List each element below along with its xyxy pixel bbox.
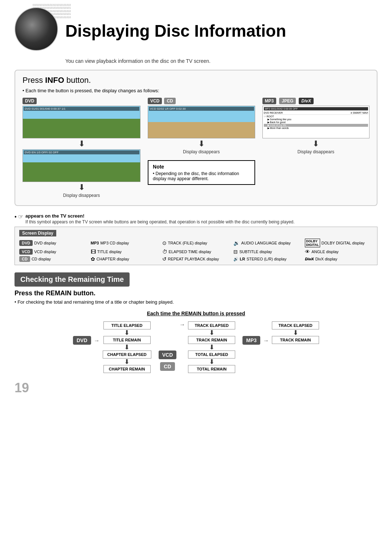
info-title: Press INFO button.	[23, 76, 369, 85]
sd-audio-icon: 🔉	[233, 240, 240, 246]
sd-track-icon: ⊙	[162, 240, 167, 246]
cd-badge: CD	[164, 98, 175, 104]
mp3-jpeg-divx-label: MP3 JPEG DivX	[262, 98, 314, 104]
dvd-display-disappears: Display disappears	[23, 193, 140, 198]
sd-dolby-text: DOLBY DIGITAL display	[322, 241, 365, 245]
sd-item-divx: DivX DivX display	[305, 256, 373, 262]
mp3-flow: MP3 → TRACK ELAPSED ⬇ TRACK REMAIN	[242, 321, 319, 345]
sd-dvd-text: DVD display	[34, 241, 56, 245]
dvd-badge: DVD	[23, 98, 37, 104]
sd-stereo-text: STEREO (L/R) display	[246, 257, 286, 261]
hand-icon: • ☞	[15, 213, 23, 220]
vcd-flow-track-elapsed: TRACK ELAPSED	[188, 321, 235, 329]
dvd-flow-steps: TITLE ELAPSED ⬇ TITLE REMAIN ⬇ CHAPTER E…	[103, 321, 151, 373]
info-bold: INFO	[45, 76, 64, 85]
dvd-column: DVD DVD 01/01 001/040 0:00:37 1/1 ⬇ DVD …	[23, 98, 140, 198]
dvd-arrow-2: ⬇	[23, 183, 140, 191]
sd-item-track: ⊙ TRACK (FILE) display	[162, 239, 230, 247]
mp3-item-smart: e SMART NAVI	[351, 112, 368, 114]
sd-dvd-badge: DVD	[19, 240, 33, 246]
dvd-flow-title-remain: TITLE REMAIN	[103, 336, 151, 344]
dvd-screen-2: DVD EN 1/3 OFF/ 02 OFF	[23, 149, 140, 182]
dvd-screen-1: DVD 01/01 001/040 0:00:37 1/1	[23, 106, 140, 138]
vcd-column: VCD CD VCD 02/02 LR OFF 0:02:30 ⬇ Displa…	[148, 98, 255, 198]
mp3-item-receiver: DVD RECEIVER	[264, 112, 283, 114]
sd-track-text: TRACK (FILE) display	[168, 241, 207, 245]
dvd-flow-arrow-1: ⬇	[124, 329, 130, 336]
info-section: Press INFO button. • Each time the butto…	[15, 70, 377, 206]
dvd-screen-1-info: DVD 01/01 001/040 0:00:37 1/1	[24, 107, 139, 111]
sd-cd-badge: CD	[19, 256, 30, 262]
button-text: button.	[64, 76, 91, 85]
vcd-display-disappears: Display disappears	[148, 149, 255, 154]
checking-header: Checking the Remaining Time	[15, 272, 130, 287]
sd-item-chapter: ✿ CHAPTER display	[91, 256, 159, 262]
mp3-flow-arrow-col: →	[263, 321, 269, 344]
dvd-flow-arrow-2: ⬇	[124, 344, 130, 351]
mp3-arrow: ⬇	[262, 140, 369, 148]
vcd-arrow: ⬇	[148, 140, 255, 148]
mp3-arrow-right: →	[263, 337, 269, 344]
sd-angle-icon: 👁	[305, 249, 310, 255]
vcd-flow-arrow-2: ⬇	[209, 344, 215, 351]
page-subtitle: You can view playback information on the…	[65, 58, 377, 64]
sd-item-subtitle: ⊟ SUBTITLE display	[233, 249, 301, 255]
sd-item-vcd: VCD VCD display	[19, 249, 87, 255]
screen-display-grid: DVD DVD display MP3 MP3 CD display ⊙ TRA…	[19, 239, 373, 262]
mp3-badge: MP3	[262, 98, 277, 104]
remain-bullet: • For checking the total and remaining t…	[15, 299, 377, 305]
sd-item-dolby: DOLBYDIGITAL DOLBY DIGITAL display	[305, 239, 373, 247]
sd-chapter-icon: ✿	[91, 256, 95, 262]
dvd-flow-arrow-col: →	[94, 321, 100, 344]
sd-mp3-badge: MP3	[91, 241, 99, 245]
mp3-flow-track-remain: TRACK REMAIN	[272, 336, 319, 344]
dvd-flow-arrow-3: ⬇	[124, 358, 130, 365]
sd-item-angle: 👁 ANGLE display	[305, 249, 373, 255]
vcd-screen: VCD 02/02 LR OFF 0:02:30	[148, 106, 255, 138]
sd-item-repeat: ↺ REPEAT PLAYBACK display	[162, 256, 230, 262]
sd-elapsed-text: ELAPSED TIME display	[169, 250, 211, 254]
sd-chapter-text: CHAPTER display	[97, 257, 129, 261]
cd-flow-badge: CD	[160, 362, 175, 371]
sd-subtitle-text: SUBTITLE display	[239, 250, 272, 254]
sd-title-icon: 🎞	[91, 249, 96, 255]
jpeg-badge: JPEG	[279, 98, 296, 104]
hand-note-body: If this symbol appears on the TV screen …	[25, 219, 295, 224]
vcd-flow-total-remain: TOTAL REMAIN	[188, 365, 235, 373]
sd-vcd-text: VCD display	[34, 250, 56, 254]
page-number: 19	[15, 380, 377, 396]
vcd-flow-steps: TRACK ELAPSED ⬇ TRACK REMAIN ⬇ TOTAL ELA…	[188, 321, 235, 373]
mp3-column: MP3 JPEG DivX MP3 0001/0042 0:00:09 OFF …	[262, 98, 369, 198]
sd-item-stereo: 🔊 LR STEREO (L/R) display	[233, 256, 301, 262]
vcd-flow-arrow-1: ⬇	[209, 329, 215, 336]
vcd-flow: VCD CD → TRACK ELAPSED ⬇ TRACK REMAIN ⬇ …	[159, 321, 236, 373]
divx-badge: DivX	[299, 98, 314, 104]
page-title: Displaying Disc Information	[65, 22, 286, 40]
sd-item-cd: CD CD display	[19, 256, 87, 262]
mp3-flow-steps: TRACK ELAPSED ⬇ TRACK REMAIN	[272, 321, 319, 344]
note-text: • Depending on the disc, the disc inform…	[153, 171, 250, 181]
disc-decoration	[15, 7, 58, 51]
sd-mp3-text: MP3 CD display	[100, 241, 129, 245]
vcd-screen-info: VCD 02/02 LR OFF 0:02:30	[149, 107, 254, 111]
sd-repeat-icon: ↺	[162, 256, 167, 262]
vcd-cd-label: VCD CD	[148, 98, 255, 104]
vcd-arrow-right: →	[179, 321, 185, 328]
dvd-screen-2-info: DVD EN 1/3 OFF/ 02 OFF	[24, 150, 139, 154]
mp3-display-disappears: Display disappears	[262, 149, 369, 154]
mp3-screen: MP3 0001/0042 0:00:09 OFF DVD RECEIVER e…	[262, 106, 369, 138]
sd-angle-text: ANGLE display	[311, 250, 339, 254]
sd-title-text: TITLE display	[97, 250, 122, 254]
sd-repeat-text: REPEAT PLAYBACK display	[168, 257, 219, 261]
checking-section: Checking the Remaining Time Press the RE…	[15, 272, 377, 373]
sd-item-audio: 🔉 AUDIO LANGUAGE display	[233, 239, 301, 247]
sd-stereo-icon: 🔊 LR	[233, 257, 245, 262]
sd-item-mp3: MP3 MP3 CD display	[91, 239, 159, 247]
remain-subtitle: Press the REMAIN button.	[15, 289, 377, 297]
hand-note: • ☞ appears on the TV screen! If this sy…	[15, 213, 377, 224]
page-header: 010101010101010101010101010 101010101010…	[15, 7, 377, 54]
dvd-flow-badge: DVD	[73, 336, 91, 345]
vcd-flow-badge: VCD	[159, 351, 177, 359]
dvd-flow-chapter-elapsed: CHAPTER ELAPSED	[103, 351, 151, 358]
sd-item-dvd: DVD DVD display	[19, 239, 87, 247]
